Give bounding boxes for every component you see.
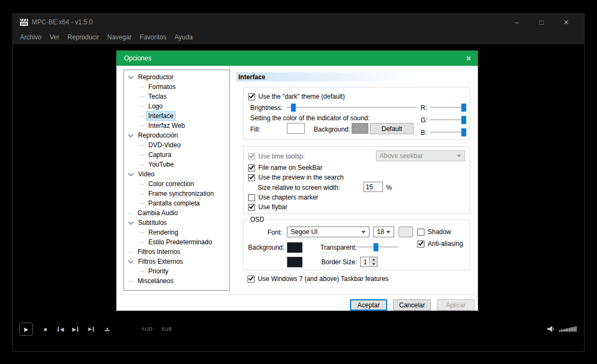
tree-item-frame-synchronization[interactable]: Frame synchronization [124, 189, 229, 198]
chevron-down-icon[interactable] [128, 74, 134, 79]
screen: MPC-BE x64 - v1.5.0 – □ ✕ Archivo Ver Re… [0, 0, 597, 364]
step-forward-button[interactable]: ▶ [88, 326, 94, 332]
play-icon: ▶ [24, 326, 29, 332]
r-label: R: [421, 104, 427, 112]
aceptar-button[interactable]: Aceptar [350, 299, 387, 311]
tree-item-rendering[interactable]: Rendering [124, 228, 229, 237]
shadow-checkbox[interactable] [417, 229, 424, 236]
next-button[interactable]: ▶ [72, 326, 79, 332]
tree-item-video[interactable]: Video [124, 169, 229, 179]
eject-icon: ▲ [105, 327, 109, 329]
stop-button[interactable]: ■ [44, 326, 47, 332]
size-relative-label: Size relative to screen width: [258, 184, 340, 191]
tree-item-teclas[interactable]: Teclas [124, 92, 229, 101]
osd-font-select[interactable]: Segoe UI [287, 226, 369, 237]
slider-thumb[interactable] [462, 128, 466, 136]
tree-item-captura[interactable]: Captura [124, 150, 229, 160]
tree-item-estilo-predeterminado[interactable]: Estilo Predeterminado [124, 237, 229, 247]
subtitle-track-button[interactable]: SUB [161, 326, 172, 332]
tree-item-subtitulos[interactable]: Subtítulos [124, 218, 229, 228]
play-button[interactable]: ▶ [19, 322, 33, 336]
chevron-down-icon[interactable] [128, 258, 134, 264]
dark-theme-checkbox[interactable] [248, 93, 255, 100]
chevron-up-icon[interactable] [370, 257, 377, 262]
close-button[interactable]: ✕ [554, 14, 579, 30]
tree-item-filtros-externos[interactable]: Filtros Externos [124, 257, 229, 266]
antialias-checkbox[interactable] [417, 241, 424, 248]
menu-favoritos[interactable]: Favoritos [140, 33, 166, 41]
cancelar-button[interactable]: Cancelar [393, 299, 431, 311]
eject-button[interactable]: ▲ [105, 327, 109, 331]
menu-ver[interactable]: Ver [50, 33, 59, 41]
tree-item-formatos[interactable]: Formatos [124, 82, 229, 92]
theme-group: Use the "dark" theme (default) Brightnes… [243, 87, 470, 140]
osd-background-swatch[interactable] [287, 242, 303, 253]
tree-item-priority[interactable]: Priority [124, 266, 229, 276]
menu-ayuda[interactable]: Ayuda [174, 33, 193, 41]
tree-item-logo[interactable]: Logo [124, 101, 229, 111]
tree-item-miscelaneos[interactable]: Misceláneos [124, 276, 229, 286]
step-forward-icon [93, 327, 94, 332]
tree-item-reproductor[interactable]: Reproductor [124, 72, 229, 82]
flybar-checkbox[interactable] [248, 204, 255, 211]
menu-archivo[interactable]: Archivo [20, 33, 42, 41]
osd-legend: OSD [248, 216, 266, 223]
dialog-close-button[interactable]: ✕ [459, 51, 478, 66]
tree-item-dvd-video[interactable]: DVD-Video [124, 140, 229, 150]
tree-item-filtros-internos[interactable]: Filtros Internos [124, 247, 229, 257]
default-button[interactable]: Default [370, 123, 414, 134]
previous-button[interactable]: ◀ [58, 326, 64, 332]
b-slider[interactable] [430, 128, 465, 136]
osd-text-color-swatch[interactable] [399, 226, 413, 237]
menu-navegar[interactable]: Navegar [107, 33, 132, 41]
filename-checkbox[interactable] [248, 164, 255, 171]
maximize-button[interactable]: □ [529, 14, 554, 30]
background-color-swatch[interactable] [352, 123, 368, 134]
percent-label: % [386, 184, 392, 191]
taskbar-checkbox[interactable] [248, 276, 255, 283]
tree-item-color-correction[interactable]: Color correction [124, 179, 229, 189]
slider-thumb[interactable] [373, 243, 378, 251]
taskbar-label: Use Windows 7 (and above) Taskbar featur… [258, 275, 389, 283]
preview-label: Use the preview in the search [258, 174, 344, 181]
seekbar-group: Use time tooltip: Above seekbar File nam… [243, 146, 470, 214]
osd-font-size-select[interactable]: 18 [373, 226, 394, 237]
tree-item-reproduccion[interactable]: Reproducción [124, 131, 229, 140]
chapters-checkbox[interactable] [248, 194, 255, 201]
tree-item-cambia-audio[interactable]: Cambia Audio [124, 208, 229, 218]
border-size-spinner[interactable]: 1 [360, 257, 378, 267]
tree-item-interface[interactable]: Interface [124, 111, 229, 121]
chevron-down-icon[interactable] [128, 132, 134, 138]
osd-background-label: Background: [248, 244, 284, 251]
menu-reproducir[interactable]: Reproducir [67, 33, 99, 41]
transparent-slider[interactable] [357, 243, 399, 251]
slider-thumb[interactable] [291, 104, 296, 112]
speaker-icon[interactable] [547, 326, 555, 332]
chevron-down-icon[interactable] [128, 219, 134, 225]
chevron-down-icon[interactable] [370, 262, 377, 266]
brightness-slider[interactable] [287, 104, 416, 112]
osd-border-color-swatch[interactable] [287, 257, 303, 267]
filename-row: File name on SeekBar [248, 164, 322, 171]
brightness-label: Brightness: [250, 104, 283, 112]
volume-bars-slider[interactable] [559, 326, 577, 332]
tree-item-pantalla-completa[interactable]: Pantalla completa [124, 198, 229, 208]
time-tooltip-label: Use time tooltip: [258, 153, 305, 160]
tree-item-youtube[interactable]: YouTube [124, 160, 229, 169]
dialog-titlebar[interactable]: Opciones [116, 51, 478, 66]
r-slider[interactable] [430, 104, 465, 112]
tree-item-interfaz-web[interactable]: Interfaz Web [124, 121, 229, 131]
size-relative-input[interactable] [363, 182, 383, 192]
chevron-down-icon [386, 231, 390, 233]
menubar: Archivo Ver Reproducir Navegar Favoritos… [13, 30, 584, 44]
slider-thumb[interactable] [462, 104, 466, 112]
preview-checkbox[interactable] [248, 174, 255, 181]
g-slider[interactable] [430, 116, 465, 124]
audio-track-button[interactable]: AUD [141, 326, 153, 332]
minimize-button[interactable]: – [504, 14, 529, 30]
slider-thumb[interactable] [462, 116, 466, 124]
titlebar[interactable]: MPC-BE x64 - v1.5.0 – □ ✕ [13, 14, 584, 30]
chevron-down-icon[interactable] [128, 171, 134, 176]
time-tooltip-checkbox [248, 153, 255, 160]
fill-color-swatch[interactable] [287, 123, 305, 134]
